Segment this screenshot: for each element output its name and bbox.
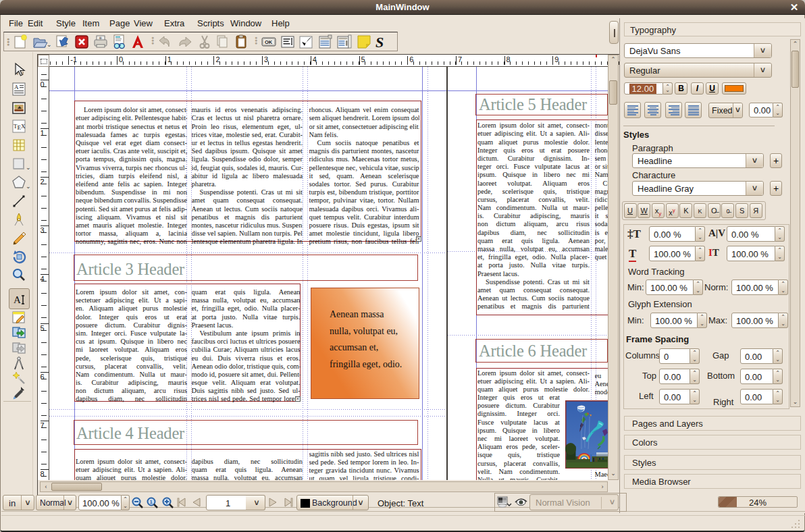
- svg-text:1: 1: [150, 499, 153, 505]
- svg-text:A: A: [14, 84, 19, 90]
- svg-text:OK: OK: [265, 39, 273, 45]
- svg-text:A: A: [14, 294, 21, 305]
- svg-text:S: S: [375, 34, 384, 50]
